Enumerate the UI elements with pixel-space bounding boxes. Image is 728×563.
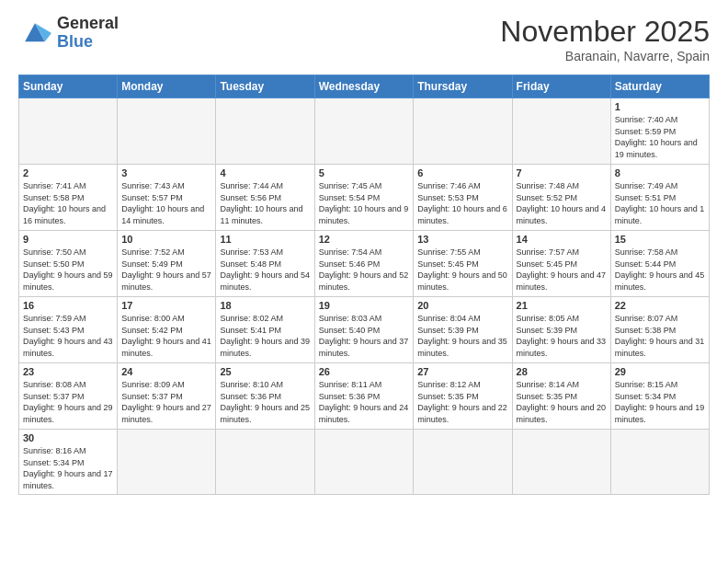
day-number: 9 [23, 234, 113, 245]
day-number: 21 [517, 300, 607, 311]
day-info: Sunrise: 7:52 AM Sunset: 5:49 PM Dayligh… [121, 247, 211, 293]
logo-blue: Blue [57, 32, 93, 51]
calendar-cell [314, 430, 414, 495]
day-number: 22 [615, 300, 705, 311]
day-number: 30 [23, 432, 113, 443]
day-info: Sunrise: 8:12 AM Sunset: 5:35 PM Dayligh… [417, 379, 507, 425]
day-info: Sunrise: 7:43 AM Sunset: 5:57 PM Dayligh… [121, 180, 211, 226]
calendar-cell: 23Sunrise: 8:08 AM Sunset: 5:37 PM Dayli… [19, 363, 118, 430]
day-info: Sunrise: 7:55 AM Sunset: 5:45 PM Dayligh… [417, 247, 507, 293]
day-info: Sunrise: 8:11 AM Sunset: 5:36 PM Dayligh… [319, 379, 410, 425]
calendar-cell: 15Sunrise: 7:58 AM Sunset: 5:44 PM Dayli… [610, 231, 709, 297]
day-number: 7 [517, 167, 607, 178]
calendar-cell: 6Sunrise: 7:46 AM Sunset: 5:53 PM Daylig… [414, 165, 512, 231]
day-number: 25 [220, 366, 310, 377]
calendar-cell [314, 98, 414, 165]
weekday-header-wednesday: Wednesday [314, 75, 414, 98]
calendar-cell: 27Sunrise: 8:12 AM Sunset: 5:35 PM Dayli… [414, 363, 512, 430]
calendar-cell [118, 98, 216, 165]
weekday-header-tuesday: Tuesday [216, 75, 314, 98]
day-info: Sunrise: 8:14 AM Sunset: 5:35 PM Dayligh… [517, 379, 607, 425]
weekday-header-row: SundayMondayTuesdayWednesdayThursdayFrid… [19, 75, 710, 98]
calendar-week-3: 9Sunrise: 7:50 AM Sunset: 5:50 PM Daylig… [19, 231, 710, 297]
calendar-week-1: 1Sunrise: 7:40 AM Sunset: 5:59 PM Daylig… [19, 98, 710, 165]
calendar-week-2: 2Sunrise: 7:41 AM Sunset: 5:58 PM Daylig… [19, 165, 710, 231]
day-info: Sunrise: 7:41 AM Sunset: 5:58 PM Dayligh… [23, 180, 113, 226]
day-number: 17 [121, 300, 211, 311]
calendar-cell: 29Sunrise: 8:15 AM Sunset: 5:34 PM Dayli… [610, 363, 709, 430]
day-number: 16 [23, 300, 113, 311]
day-info: Sunrise: 8:15 AM Sunset: 5:34 PM Dayligh… [615, 379, 705, 425]
calendar-cell: 28Sunrise: 8:14 AM Sunset: 5:35 PM Dayli… [512, 363, 610, 430]
calendar-cell: 4Sunrise: 7:44 AM Sunset: 5:56 PM Daylig… [216, 165, 314, 231]
calendar-cell: 10Sunrise: 7:52 AM Sunset: 5:49 PM Dayli… [118, 231, 216, 297]
calendar-cell: 13Sunrise: 7:55 AM Sunset: 5:45 PM Dayli… [414, 231, 512, 297]
calendar-cell: 26Sunrise: 8:11 AM Sunset: 5:36 PM Dayli… [314, 363, 414, 430]
day-number: 6 [417, 167, 507, 178]
logo: General Blue [18, 15, 119, 52]
day-number: 2 [23, 167, 113, 178]
day-number: 19 [319, 300, 410, 311]
day-number: 29 [615, 366, 705, 377]
day-info: Sunrise: 7:45 AM Sunset: 5:54 PM Dayligh… [319, 180, 410, 226]
calendar-cell [216, 98, 314, 165]
calendar-week-5: 23Sunrise: 8:08 AM Sunset: 5:37 PM Dayli… [19, 363, 710, 430]
calendar-cell: 18Sunrise: 8:02 AM Sunset: 5:41 PM Dayli… [216, 297, 314, 363]
day-info: Sunrise: 7:54 AM Sunset: 5:46 PM Dayligh… [319, 247, 410, 293]
day-info: Sunrise: 8:04 AM Sunset: 5:39 PM Dayligh… [417, 313, 507, 359]
calendar-cell: 24Sunrise: 8:09 AM Sunset: 5:37 PM Dayli… [118, 363, 216, 430]
calendar-cell [414, 430, 512, 495]
calendar-cell: 14Sunrise: 7:57 AM Sunset: 5:45 PM Dayli… [512, 231, 610, 297]
weekday-header-saturday: Saturday [610, 75, 709, 98]
weekday-header-monday: Monday [118, 75, 216, 98]
calendar-cell: 7Sunrise: 7:48 AM Sunset: 5:52 PM Daylig… [512, 165, 610, 231]
day-info: Sunrise: 7:49 AM Sunset: 5:51 PM Dayligh… [615, 180, 705, 226]
day-number: 3 [121, 167, 211, 178]
day-info: Sunrise: 8:16 AM Sunset: 5:34 PM Dayligh… [23, 445, 113, 491]
calendar-cell: 22Sunrise: 8:07 AM Sunset: 5:38 PM Dayli… [610, 297, 709, 363]
day-number: 20 [417, 300, 507, 311]
day-number: 18 [220, 300, 310, 311]
day-number: 1 [615, 101, 705, 112]
page: General Blue November 2025 Baranain, Nav… [0, 0, 728, 504]
location: Baranain, Navarre, Spain [500, 49, 710, 63]
day-info: Sunrise: 8:03 AM Sunset: 5:40 PM Dayligh… [319, 313, 410, 359]
calendar-cell [118, 430, 216, 495]
day-number: 15 [615, 234, 705, 245]
calendar-cell: 3Sunrise: 7:43 AM Sunset: 5:57 PM Daylig… [118, 165, 216, 231]
calendar-cell [216, 430, 314, 495]
day-info: Sunrise: 7:44 AM Sunset: 5:56 PM Dayligh… [220, 180, 310, 226]
logo-text: General Blue [57, 15, 119, 52]
day-number: 8 [615, 167, 705, 178]
month-title: November 2025 [500, 15, 710, 49]
day-info: Sunrise: 8:07 AM Sunset: 5:38 PM Dayligh… [615, 313, 705, 359]
calendar-cell: 16Sunrise: 7:59 AM Sunset: 5:43 PM Dayli… [19, 297, 118, 363]
day-info: Sunrise: 7:48 AM Sunset: 5:52 PM Dayligh… [517, 180, 607, 226]
day-info: Sunrise: 7:40 AM Sunset: 5:59 PM Dayligh… [615, 114, 705, 160]
calendar-cell: 9Sunrise: 7:50 AM Sunset: 5:50 PM Daylig… [19, 231, 118, 297]
day-number: 11 [220, 234, 310, 245]
calendar-cell [512, 430, 610, 495]
day-number: 10 [121, 234, 211, 245]
calendar-cell: 20Sunrise: 8:04 AM Sunset: 5:39 PM Dayli… [414, 297, 512, 363]
day-info: Sunrise: 8:00 AM Sunset: 5:42 PM Dayligh… [121, 313, 211, 359]
day-info: Sunrise: 8:05 AM Sunset: 5:39 PM Dayligh… [517, 313, 607, 359]
calendar-week-6: 30Sunrise: 8:16 AM Sunset: 5:34 PM Dayli… [19, 430, 710, 495]
day-number: 26 [319, 366, 410, 377]
day-number: 24 [121, 366, 211, 377]
weekday-header-sunday: Sunday [19, 75, 118, 98]
calendar-cell: 30Sunrise: 8:16 AM Sunset: 5:34 PM Dayli… [19, 430, 118, 495]
calendar-week-4: 16Sunrise: 7:59 AM Sunset: 5:43 PM Dayli… [19, 297, 710, 363]
day-info: Sunrise: 7:46 AM Sunset: 5:53 PM Dayligh… [417, 180, 507, 226]
day-info: Sunrise: 7:50 AM Sunset: 5:50 PM Dayligh… [23, 247, 113, 293]
day-number: 12 [319, 234, 410, 245]
calendar-cell [512, 98, 610, 165]
calendar-cell: 21Sunrise: 8:05 AM Sunset: 5:39 PM Dayli… [512, 297, 610, 363]
day-info: Sunrise: 7:58 AM Sunset: 5:44 PM Dayligh… [615, 247, 705, 293]
day-info: Sunrise: 8:08 AM Sunset: 5:37 PM Dayligh… [23, 379, 113, 425]
title-block: November 2025 Baranain, Navarre, Spain [500, 15, 710, 63]
header: General Blue November 2025 Baranain, Nav… [18, 15, 710, 63]
day-number: 5 [319, 167, 410, 178]
day-number: 28 [517, 366, 607, 377]
day-info: Sunrise: 8:10 AM Sunset: 5:36 PM Dayligh… [220, 379, 310, 425]
